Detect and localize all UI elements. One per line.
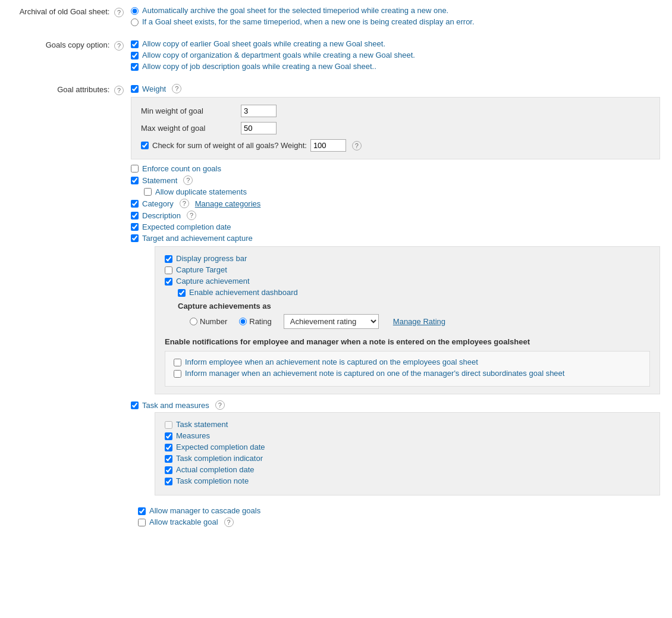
- allow-manager-cascade-checkbox[interactable]: [138, 507, 146, 515]
- archival-label: Archival of old Goal sheet: ?: [12, 6, 131, 17]
- notif-manager-label[interactable]: Inform manager when an achievement note …: [185, 369, 564, 378]
- allow-manager-cascade-label[interactable]: Allow manager to cascade goals: [149, 506, 260, 515]
- actual-completion-checkbox[interactable]: [165, 466, 172, 474]
- weight-attribute: Weight ?: [131, 84, 660, 93]
- goals-copy-check1[interactable]: [131, 40, 139, 48]
- task-indicator-label[interactable]: Task completion indicator: [176, 454, 263, 463]
- min-weight-input[interactable]: [241, 105, 277, 117]
- archival-radio1[interactable]: [131, 7, 139, 15]
- check-sum-checkbox[interactable]: [141, 142, 149, 149]
- display-progress-bar-label[interactable]: Display progress bar: [176, 254, 247, 263]
- goals-copy-option2-label[interactable]: Allow copy of organization & department …: [142, 51, 415, 59]
- task-expected-label[interactable]: Expected completion date: [176, 443, 265, 451]
- max-weight-label: Max weight of goal: [141, 124, 236, 133]
- task-expected-item: Expected completion date: [165, 443, 650, 451]
- goals-copy-row: Goals copy option: ? Allow copy of earli…: [12, 39, 660, 73]
- target-achievement-checkbox[interactable]: [131, 234, 139, 242]
- description-checkbox[interactable]: [131, 212, 139, 219]
- task-measures-checkbox[interactable]: [131, 401, 139, 409]
- category-help-icon[interactable]: ?: [180, 199, 189, 208]
- expected-completion-checkbox[interactable]: [131, 223, 139, 231]
- notifications-section: Enable notifications for employee and ma…: [165, 337, 650, 387]
- expected-completion-label[interactable]: Expected completion date: [142, 222, 231, 231]
- goal-attributes-help-icon[interactable]: ?: [114, 86, 124, 95]
- allow-trackable-checkbox[interactable]: [138, 519, 146, 526]
- max-weight-input[interactable]: [241, 122, 277, 134]
- task-measures-help-icon[interactable]: ?: [215, 400, 225, 410]
- archival-help-icon[interactable]: ?: [114, 8, 124, 17]
- goals-copy-help-icon[interactable]: ?: [114, 41, 124, 51]
- statement-checkbox[interactable]: [131, 177, 139, 184]
- task-expected-checkbox[interactable]: [165, 444, 172, 451]
- archival-row: Archival of old Goal sheet: ? Automatica…: [12, 6, 660, 29]
- enforce-count-checkbox[interactable]: [131, 165, 139, 172]
- enforce-count-label[interactable]: Enforce count on goals: [142, 164, 221, 173]
- task-statement-checkbox[interactable]: [165, 421, 172, 429]
- manage-categories-link[interactable]: Manage categories: [195, 199, 261, 208]
- capture-target-item: Capture Target: [165, 265, 650, 274]
- weight-label[interactable]: Weight: [142, 84, 166, 93]
- enable-dashboard-checkbox[interactable]: [178, 289, 186, 297]
- capture-as-section: Capture achievements as Number Rating Ac…: [178, 302, 650, 329]
- number-radio[interactable]: [190, 318, 197, 325]
- goals-copy-option1: Allow copy of earlier Goal sheet goals w…: [131, 39, 660, 48]
- weight-help-icon[interactable]: ?: [172, 84, 181, 93]
- task-box: Task statement Measures Expected complet…: [155, 412, 660, 495]
- goals-copy-option3-label[interactable]: Allow copy of job description goals whil…: [142, 62, 376, 71]
- rating-radio[interactable]: [239, 318, 247, 325]
- capture-target-checkbox[interactable]: [165, 266, 172, 274]
- task-statement-label[interactable]: Task statement: [176, 420, 228, 429]
- target-achievement-label[interactable]: Target and achievement capture: [142, 234, 253, 243]
- rating-radio-label[interactable]: Rating: [249, 317, 272, 326]
- expected-completion-item: Expected completion date: [131, 222, 660, 231]
- enable-dashboard-item: Enable achievement dashboard: [178, 288, 650, 297]
- goals-copy-label-text: Goals copy option:: [46, 40, 110, 49]
- check-sum-help-icon[interactable]: ?: [352, 141, 362, 150]
- category-checkbox[interactable]: [131, 200, 139, 208]
- archival-label-text: Archival of old Goal sheet:: [20, 7, 110, 16]
- archival-option1-label[interactable]: Automatically archive the goal sheet for…: [142, 6, 448, 15]
- manage-rating-link[interactable]: Manage Rating: [393, 317, 445, 326]
- task-indicator-item: Task completion indicator: [165, 454, 650, 463]
- achievement-rating-dropdown[interactable]: Achievement rating: [284, 314, 379, 329]
- notif-employee-checkbox[interactable]: [174, 359, 181, 366]
- allow-duplicate-checkbox[interactable]: [144, 188, 152, 196]
- enable-dashboard-label[interactable]: Enable achievement dashboard: [189, 288, 298, 297]
- measures-checkbox[interactable]: [165, 432, 172, 440]
- statement-label[interactable]: Statement: [142, 176, 177, 185]
- allow-trackable-label[interactable]: Allow trackable goal: [149, 517, 218, 526]
- actual-completion-label[interactable]: Actual completion date: [176, 465, 255, 474]
- allow-duplicate-label[interactable]: Allow duplicate statements: [155, 187, 247, 196]
- goals-copy-content: Allow copy of earlier Goal sheet goals w…: [131, 39, 660, 73]
- capture-target-label[interactable]: Capture Target: [176, 265, 227, 274]
- allow-trackable-help-icon[interactable]: ?: [224, 517, 234, 527]
- goals-copy-check3[interactable]: [131, 63, 139, 71]
- archival-option2-label[interactable]: If a Goal sheet exists, for the same tim…: [142, 17, 475, 26]
- weight-checkbox[interactable]: [131, 85, 139, 93]
- task-measures-label[interactable]: Task and measures: [142, 401, 209, 410]
- goal-attributes-label: Goal attributes: ?: [12, 84, 131, 95]
- goals-copy-option1-label[interactable]: Allow copy of earlier Goal sheet goals w…: [142, 39, 385, 48]
- statement-help-icon[interactable]: ?: [183, 175, 193, 185]
- measures-label[interactable]: Measures: [176, 431, 210, 440]
- number-radio-label[interactable]: Number: [200, 317, 227, 326]
- goals-copy-label: Goals copy option: ?: [12, 39, 131, 51]
- task-indicator-checkbox[interactable]: [165, 455, 172, 463]
- display-progress-bar-checkbox[interactable]: [165, 255, 172, 263]
- notif-employee-label[interactable]: Inform employee when an achievement note…: [185, 357, 478, 366]
- task-completion-note-label[interactable]: Task completion note: [176, 476, 249, 485]
- statement-item: Statement ?: [131, 175, 660, 185]
- description-help-icon[interactable]: ?: [187, 211, 196, 220]
- category-label[interactable]: Category: [142, 199, 174, 208]
- goals-copy-check2[interactable]: [131, 52, 139, 59]
- description-label[interactable]: Description: [142, 211, 181, 220]
- archival-option1: Automatically archive the goal sheet for…: [131, 6, 660, 15]
- task-completion-note-item: Task completion note: [165, 476, 650, 485]
- capture-achievement-label[interactable]: Capture achievement: [176, 277, 250, 286]
- check-sum-input[interactable]: [310, 139, 346, 152]
- task-completion-note-checkbox[interactable]: [165, 478, 172, 485]
- notif-manager-checkbox[interactable]: [174, 370, 181, 378]
- archival-radio2[interactable]: [131, 18, 139, 26]
- capture-achievement-checkbox[interactable]: [165, 278, 172, 286]
- notif-title: Enable notifications for employee and ma…: [165, 337, 650, 346]
